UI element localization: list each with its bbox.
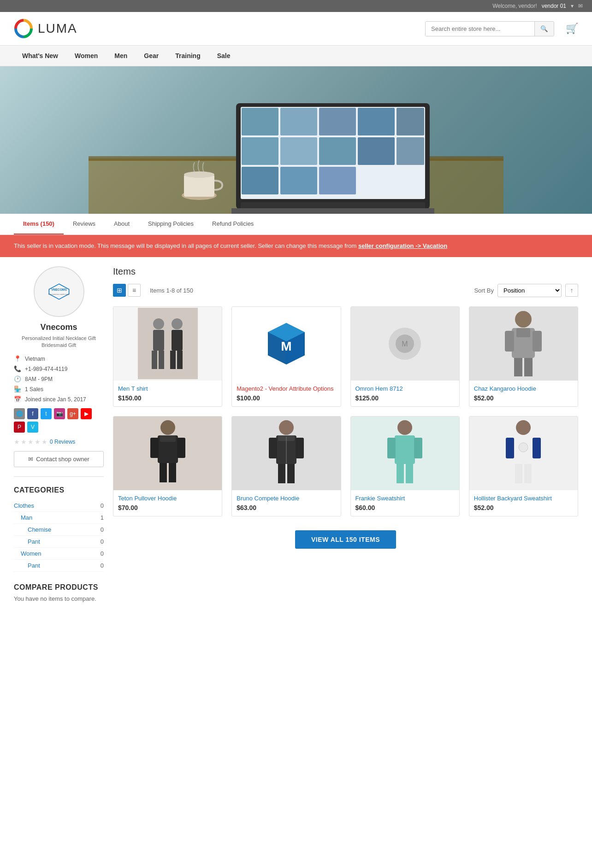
tab-about[interactable]: About: [105, 214, 139, 235]
product-link-omron[interactable]: Omron Hem 8712: [355, 385, 403, 392]
product-link-bruno[interactable]: Bruno Compete Hoodie: [237, 495, 299, 502]
cart-icon[interactable]: 🛒: [566, 23, 578, 35]
product-image-magento: M: [263, 321, 309, 367]
nav-sale[interactable]: Sale: [209, 46, 239, 66]
product-link-hollister[interactable]: Hollister Backyard Sweatshirt: [474, 495, 552, 502]
product-card-teton[interactable]: Teton Pullover Hoodie $70.00: [113, 416, 222, 516]
svg-point-78: [519, 443, 528, 452]
product-card-hollister[interactable]: Hollister Backyard Sweatshirt $52.00: [469, 416, 578, 516]
svg-rect-9: [397, 108, 424, 135]
seller-info: 📍 Vietnam 📞 +1-989-474-4119 🕐 8AM - 9PM …: [14, 355, 104, 403]
svg-rect-77: [524, 464, 532, 483]
social-pinterest[interactable]: P: [14, 422, 25, 433]
svg-rect-30: [152, 351, 157, 369]
product-card-frankie[interactable]: Frankie Sweatshirt $60.00: [350, 416, 460, 516]
product-link-men-tshirt[interactable]: Men T shirt: [118, 385, 148, 392]
search-button[interactable]: 🔍: [534, 22, 554, 36]
social-googleplus[interactable]: g+: [67, 408, 78, 419]
product-price-magento: $100.00: [237, 394, 336, 402]
category-man[interactable]: Man 1: [14, 512, 104, 524]
product-image-bruno: [263, 417, 309, 489]
social-vimeo[interactable]: V: [27, 422, 38, 433]
nav-men[interactable]: Men: [106, 46, 136, 66]
product-card-men-tshirt[interactable]: Men T shirt $150.00: [113, 306, 222, 407]
nav-training[interactable]: Training: [167, 46, 208, 66]
mail-icon[interactable]: ✉: [578, 3, 583, 9]
svg-rect-34: [170, 351, 176, 369]
svg-rect-70: [397, 464, 404, 483]
envelope-icon: ✉: [28, 456, 33, 463]
social-instagram[interactable]: 📷: [54, 408, 65, 419]
compare-title: Compare Products: [14, 583, 104, 592]
svg-text:M: M: [281, 339, 291, 353]
svg-rect-6: [280, 108, 317, 135]
product-link-frankie[interactable]: Frankie Sweatshirt: [355, 495, 405, 502]
nav-gear[interactable]: Gear: [136, 46, 167, 66]
vacation-config-link[interactable]: seller configuration -> Vacation: [358, 242, 447, 249]
product-card-magento[interactable]: M Magento2 - Vendor Attribute Options $1…: [231, 306, 341, 407]
tab-shipping[interactable]: Shipping Policies: [139, 214, 203, 235]
tab-refund[interactable]: Refund Policies: [203, 214, 263, 235]
product-link-chaz[interactable]: Chaz Kangaroo Hoodie: [474, 385, 536, 392]
product-price-teton: $70.00: [118, 504, 217, 511]
dropdown-icon[interactable]: ▾: [571, 3, 574, 9]
reviews-link[interactable]: 0 Reviews: [50, 439, 75, 445]
product-card-bruno[interactable]: Bruno Compete Hoodie $63.00: [231, 416, 341, 516]
svg-rect-76: [515, 464, 522, 483]
product-info-teton: Teton Pullover Hoodie $70.00: [113, 490, 222, 516]
nav-women[interactable]: Women: [66, 46, 106, 66]
product-card-omron[interactable]: M Omron Hem 8712 $125.00: [350, 306, 460, 407]
svg-rect-55: [160, 463, 167, 482]
logo-text: LUMA: [38, 21, 77, 36]
category-pant-man[interactable]: Pant 0: [14, 536, 104, 548]
svg-rect-61: [296, 438, 304, 458]
seller-sales: 🏪 1 Sales: [14, 386, 104, 393]
product-price-men-tshirt: $150.00: [118, 394, 217, 402]
product-price-hollister: $52.00: [474, 504, 573, 511]
svg-rect-18: [241, 202, 425, 209]
grid-view-button[interactable]: ⊞: [113, 284, 126, 297]
list-view-button[interactable]: ≡: [128, 284, 141, 297]
logo-icon: [14, 19, 33, 38]
category-women[interactable]: Women 0: [14, 548, 104, 560]
svg-rect-54: [177, 438, 185, 458]
social-globe[interactable]: 🌐: [14, 408, 25, 419]
svg-text:VNECOMS: VNECOMS: [51, 288, 67, 291]
product-link-teton[interactable]: Teton Pullover Hoodie: [118, 495, 177, 502]
social-youtube[interactable]: ▶: [81, 408, 92, 419]
main-content: VNECOMS E-commerce made easy! Vnecoms Pe…: [0, 257, 592, 612]
star-1: ★: [14, 438, 20, 446]
compare-section: Compare Products You have no items to co…: [14, 583, 104, 602]
tab-items[interactable]: Items (150): [14, 214, 64, 235]
seller-description: Personalized Initial Necklace Gift Bride…: [14, 335, 104, 349]
tab-reviews[interactable]: Reviews: [64, 214, 105, 235]
product-image-men-tshirt: [138, 308, 198, 379]
social-facebook[interactable]: f: [27, 408, 38, 419]
svg-rect-62: [278, 464, 285, 483]
logo[interactable]: LUMA: [14, 19, 77, 38]
items-section: Items ⊞ ≡ Items 1-8 of 150 Sort By Posit…: [113, 266, 578, 603]
svg-rect-48: [514, 358, 522, 376]
contact-shop-owner-button[interactable]: ✉ Contact shop owner: [14, 451, 104, 467]
category-chemise[interactable]: Chemise 0: [14, 524, 104, 536]
product-card-chaz[interactable]: Chaz Kangaroo Hoodie $52.00: [469, 306, 578, 407]
search-bar: 🔍: [425, 21, 554, 36]
social-twitter[interactable]: t: [41, 408, 52, 419]
category-clothes[interactable]: Clothes 0: [14, 500, 104, 512]
svg-rect-46: [505, 331, 514, 352]
view-all-button[interactable]: View All 150 Items: [295, 530, 396, 549]
svg-rect-74: [506, 438, 514, 458]
nav-whats-new[interactable]: What's New: [14, 46, 66, 66]
svg-rect-11: [280, 137, 317, 165]
search-input[interactable]: [426, 22, 534, 36]
sort-label: Sort By: [474, 287, 494, 294]
items-toolbar: ⊞ ≡ Items 1-8 of 150 Sort By Position Pr…: [113, 284, 578, 297]
sort-select[interactable]: Position Product Name Price: [497, 284, 562, 297]
product-image-frankie: [382, 417, 428, 489]
sort-asc-button[interactable]: ↑: [565, 284, 578, 297]
svg-rect-21: [184, 175, 214, 197]
category-pant-women[interactable]: Pant 0: [14, 560, 104, 572]
product-link-magento[interactable]: Magento2 - Vendor Attribute Options: [237, 385, 333, 392]
svg-rect-67: [395, 435, 415, 464]
categories-section: CATEGORIES Clothes 0 Man 1 Chemise 0 Pan…: [14, 486, 104, 572]
